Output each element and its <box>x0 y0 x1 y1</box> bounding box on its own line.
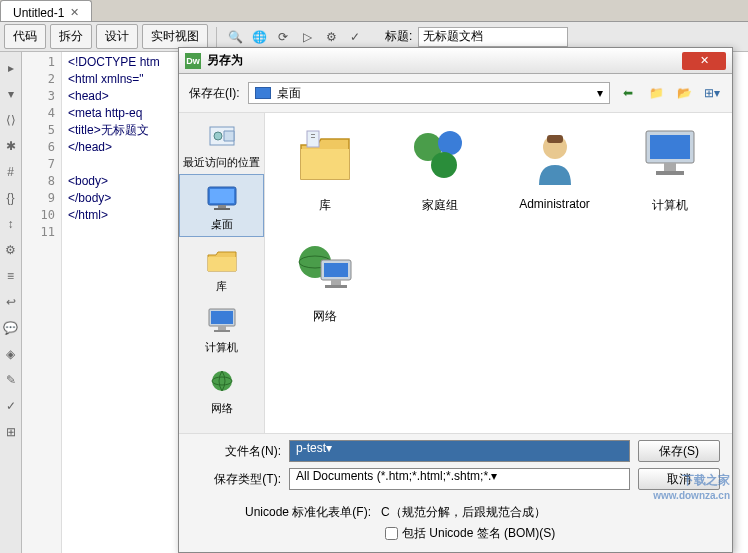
network-icon <box>289 232 361 304</box>
svg-rect-10 <box>214 330 230 332</box>
place-network[interactable]: 网络 <box>179 359 264 420</box>
places-bar: 最近访问的位置桌面库计算机网络 <box>179 113 265 433</box>
save-as-dialog: Dw 另存为 ✕ 保存在(I): 桌面 ▾ ⬅ 📁 📂 ⊞▾ 最近访问的位置桌面… <box>178 47 733 553</box>
svg-rect-4 <box>218 205 226 208</box>
separator <box>216 27 217 47</box>
brace-icon[interactable]: {} <box>3 190 19 206</box>
library-icon <box>289 121 361 193</box>
dialog-titlebar[interactable]: Dw 另存为 ✕ <box>179 48 732 74</box>
bookmark-icon[interactable]: ◈ <box>3 346 19 362</box>
svg-point-19 <box>431 152 457 178</box>
document-tab[interactable]: Untitled-1 ✕ <box>0 0 92 21</box>
gear-icon[interactable]: ⚙ <box>3 242 19 258</box>
svg-point-1 <box>214 132 222 140</box>
svg-rect-6 <box>208 257 236 271</box>
svg-rect-15 <box>311 134 315 135</box>
save-in-value: 桌面 <box>277 85 301 102</box>
recent-icon <box>202 119 242 153</box>
live-view-button[interactable]: 实时视图 <box>142 24 208 49</box>
design-view-button[interactable]: 设计 <box>96 24 138 49</box>
svg-rect-14 <box>307 131 319 147</box>
folder-computer[interactable]: 计算机 <box>622 121 717 214</box>
dreamweaver-icon: Dw <box>185 53 201 69</box>
up-icon[interactable]: 📁 <box>646 83 666 103</box>
folder-network[interactable]: 网络 <box>277 232 372 325</box>
network-icon <box>202 365 242 399</box>
unicode-value: C（规范分解，后跟规范合成） <box>381 504 546 521</box>
svg-rect-23 <box>650 135 690 159</box>
svg-rect-9 <box>218 326 226 330</box>
collapse-icon[interactable]: ▸ <box>3 60 19 76</box>
check-icon[interactable]: ✓ <box>345 27 365 47</box>
svg-point-18 <box>438 131 462 155</box>
view-menu-icon[interactable]: ⊞▾ <box>702 83 722 103</box>
new-folder-icon[interactable]: 📂 <box>674 83 694 103</box>
tag-icon[interactable]: ⟨⟩ <box>3 112 19 128</box>
save-in-combo[interactable]: 桌面 ▾ <box>248 82 610 104</box>
file-area[interactable]: 库家庭组Administrator计算机网络 <box>265 113 732 433</box>
computer-icon <box>202 304 242 338</box>
watermark: 下载之家 www.downza.cn <box>653 462 730 501</box>
library-icon <box>202 243 242 277</box>
place-desktop[interactable]: 桌面 <box>179 174 264 237</box>
split-view-button[interactable]: 拆分 <box>50 24 92 49</box>
folder-admin[interactable]: Administrator <box>507 121 602 214</box>
homegroup-icon <box>404 121 476 193</box>
chevron-down-icon: ▾ <box>597 86 603 100</box>
options-icon[interactable]: ⚙ <box>321 27 341 47</box>
title-label: 标题: <box>385 28 412 45</box>
save-in-label: 保存在(I): <box>189 85 240 102</box>
browse-icon[interactable]: ▷ <box>297 27 317 47</box>
format-icon[interactable]: ⊞ <box>3 424 19 440</box>
bom-checkbox[interactable] <box>385 527 398 540</box>
indent-icon[interactable]: ≡ <box>3 268 19 284</box>
hash-icon[interactable]: # <box>3 164 19 180</box>
code-view-button[interactable]: 代码 <box>4 24 46 49</box>
computer-icon <box>634 121 706 193</box>
svg-rect-25 <box>656 171 684 175</box>
dialog-title: 另存为 <box>207 52 682 69</box>
line-gutter: 1234567891011 <box>22 52 62 553</box>
wand-icon[interactable]: ✎ <box>3 372 19 388</box>
filename-input[interactable]: p-test▾ <box>289 440 630 462</box>
svg-rect-16 <box>311 137 315 138</box>
svg-rect-8 <box>211 311 233 324</box>
tab-bar: Untitled-1 ✕ <box>0 0 748 22</box>
admin-icon <box>519 121 591 193</box>
title-field: 标题: <box>385 27 568 47</box>
svg-rect-24 <box>664 163 676 171</box>
svg-rect-21 <box>547 135 563 143</box>
bom-checkbox-row[interactable]: 包括 Unicode 签名 (BOM)(S) <box>385 525 720 542</box>
place-library[interactable]: 库 <box>179 237 264 298</box>
svg-rect-31 <box>325 285 347 288</box>
expand-icon[interactable]: ▾ <box>3 86 19 102</box>
dialog-bottom: 文件名(N): p-test▾ 保存(S) 保存类型(T): All Docum… <box>179 433 732 552</box>
location-row: 保存在(I): 桌面 ▾ ⬅ 📁 📂 ⊞▾ <box>179 74 732 112</box>
refresh-icon[interactable]: ⟳ <box>273 27 293 47</box>
globe-icon[interactable]: 🌐 <box>249 27 269 47</box>
place-recent[interactable]: 最近访问的位置 <box>179 113 264 174</box>
inspect-icon[interactable]: 🔍 <box>225 27 245 47</box>
folder-homegroup[interactable]: 家庭组 <box>392 121 487 214</box>
wrap-icon[interactable]: ↩ <box>3 294 19 310</box>
filetype-combo[interactable]: All Documents (*.htm;*.html;*.shtm;*.▾ <box>289 468 630 490</box>
save-button[interactable]: 保存(S) <box>638 440 720 462</box>
unicode-label: Unicode 标准化表单(F): <box>191 504 371 521</box>
svg-rect-13 <box>301 149 349 179</box>
asterisk-icon[interactable]: ✱ <box>3 138 19 154</box>
folder-library[interactable]: 库 <box>277 121 372 214</box>
tab-close-icon[interactable]: ✕ <box>70 6 79 19</box>
svg-rect-30 <box>331 280 341 285</box>
comment-icon[interactable]: 💬 <box>3 320 19 336</box>
dialog-main: 最近访问的位置桌面库计算机网络 库家庭组Administrator计算机网络 <box>179 112 732 433</box>
left-toolbar: ▸ ▾ ⟨⟩ ✱ # {} ↕ ⚙ ≡ ↩ 💬 ◈ ✎ ✓ ⊞ <box>0 52 22 553</box>
place-computer[interactable]: 计算机 <box>179 298 264 359</box>
validate-icon[interactable]: ✓ <box>3 398 19 414</box>
arrow-icon[interactable]: ↕ <box>3 216 19 232</box>
svg-rect-3 <box>210 189 234 203</box>
title-input[interactable] <box>418 27 568 47</box>
svg-point-11 <box>212 371 232 391</box>
close-icon[interactable]: ✕ <box>682 52 726 70</box>
filetype-label: 保存类型(T): <box>191 471 281 488</box>
back-icon[interactable]: ⬅ <box>618 83 638 103</box>
